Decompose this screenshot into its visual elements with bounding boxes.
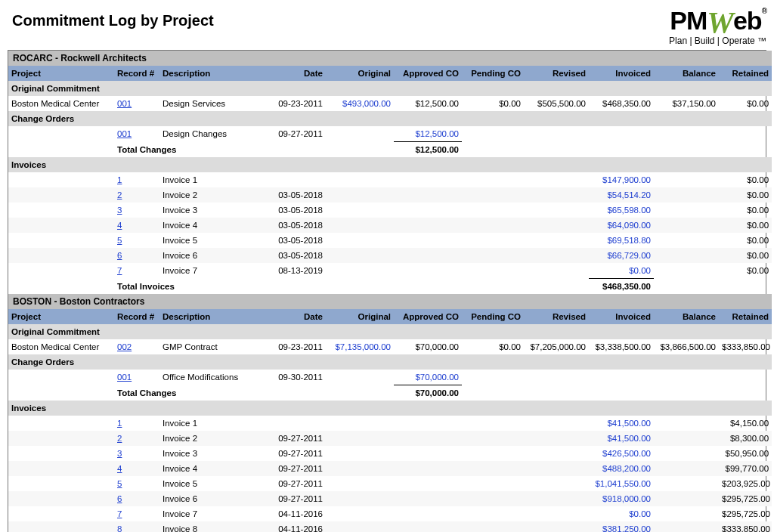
col-balance: Balance (654, 309, 719, 324)
commitment-invoiced: $468,350.00 (589, 96, 654, 111)
invoice-record-link[interactable]: 6 (114, 491, 159, 506)
invoice-invoiced-link[interactable]: $0.00 (589, 506, 654, 521)
invoice-retained: $50,950.00 (719, 446, 772, 461)
invoice-invoiced-link[interactable]: $41,500.00 (589, 416, 654, 431)
invoice-invoiced-link[interactable]: $426,500.00 (589, 446, 654, 461)
invoice-description: Invoice 4 (159, 218, 265, 233)
invoice-invoiced-link[interactable]: $41,500.00 (589, 431, 654, 446)
invoice-record-link[interactable]: 2 (114, 187, 159, 203)
invoice-record-link[interactable]: 3 (114, 203, 159, 218)
invoice-record-link[interactable]: 8 (114, 521, 159, 532)
invoice-retained: $0.00 (719, 233, 772, 248)
invoice-date: 09-27-2011 (265, 446, 326, 461)
invoice-retained: $333,850.00 (719, 521, 772, 532)
invoice-description: Invoice 6 (159, 248, 265, 263)
invoice-description: Invoice 7 (159, 506, 265, 521)
invoice-invoiced-link[interactable]: $1,041,550.00 (589, 476, 654, 491)
invoice-invoiced-link[interactable]: $69,518.80 (589, 233, 654, 248)
col-retained: Retained (719, 309, 772, 324)
invoice-description: Invoice 5 (159, 233, 265, 248)
invoice-description: Invoice 2 (159, 187, 265, 203)
commitment-original-link[interactable]: $7,135,000.00 (326, 339, 394, 354)
col-project: Project (8, 66, 114, 81)
invoice-date: 08-13-2019 (265, 263, 326, 279)
commitment-approved: $70,000.00 (394, 339, 462, 354)
invoice-date: 03-05-2018 (265, 233, 326, 248)
invoice-invoiced-link[interactable]: $64,090.00 (589, 218, 654, 233)
total-changes-approved: $12,500.00 (394, 142, 462, 158)
change-record-link[interactable]: 001 (114, 370, 159, 385)
page-title: Commitment Log by Project (12, 12, 214, 29)
invoice-record-link[interactable]: 1 (114, 172, 159, 187)
col-original: Original (326, 309, 394, 324)
invoice-retained: $0.00 (719, 172, 772, 187)
col-date: Date (265, 309, 326, 324)
invoice-record-link[interactable]: 3 (114, 446, 159, 461)
commitment-balance: $37,150.00 (654, 96, 719, 111)
commitment-revised: $505,500.00 (524, 96, 589, 111)
invoice-retained: $0.00 (719, 263, 772, 279)
change-approved-link[interactable]: $12,500.00 (394, 126, 462, 142)
invoice-date: 03-05-2018 (265, 248, 326, 263)
col-original: Original (326, 66, 394, 81)
change-record-link[interactable]: 001 (114, 126, 159, 142)
col-record: Record # (114, 66, 159, 81)
total-changes-label: Total Changes (114, 142, 265, 158)
invoice-retained: $0.00 (719, 187, 772, 203)
invoice-record-link[interactable]: 4 (114, 218, 159, 233)
commitment-record-link[interactable]: 002 (114, 339, 159, 354)
section-changes: Change Orders (8, 354, 772, 370)
commitment-table: ROCARC - Rockwell ArchitectsProjectRecor… (8, 51, 772, 532)
invoice-date (265, 416, 326, 431)
commitment-date: 09-23-2011 (265, 96, 326, 111)
commitment-description: Design Services (159, 96, 265, 111)
section-invoices: Invoices (8, 401, 772, 416)
invoice-date: 03-05-2018 (265, 203, 326, 218)
invoice-invoiced-link[interactable]: $54,514.20 (589, 187, 654, 203)
col-project: Project (8, 309, 114, 324)
invoice-date: 09-27-2011 (265, 461, 326, 476)
col-invoiced: Invoiced (589, 66, 654, 81)
commitment-revised: $7,205,000.00 (524, 339, 589, 354)
invoice-invoiced-link[interactable]: $488,200.00 (589, 461, 654, 476)
invoice-record-link[interactable]: 5 (114, 233, 159, 248)
logo-eb: eb (733, 6, 762, 35)
invoice-retained: $8,300.00 (719, 431, 772, 446)
invoice-date: 04-11-2016 (265, 506, 326, 521)
invoice-invoiced-link[interactable]: $0.00 (589, 263, 654, 279)
commitment-retained: $0.00 (719, 96, 772, 111)
invoice-description: Invoice 3 (159, 446, 265, 461)
commitment-record-link[interactable]: 001 (114, 96, 159, 111)
invoice-invoiced-link[interactable]: $66,729.00 (589, 248, 654, 263)
invoice-date: 09-27-2011 (265, 491, 326, 506)
col-approved: Approved CO (394, 66, 462, 81)
invoice-retained: $4,150.00 (719, 416, 772, 431)
invoice-record-link[interactable]: 4 (114, 461, 159, 476)
invoice-invoiced-link[interactable]: $918,000.00 (589, 491, 654, 506)
invoice-description: Invoice 7 (159, 263, 265, 279)
commitment-approved: $12,500.00 (394, 96, 462, 111)
invoice-record-link[interactable]: 5 (114, 476, 159, 491)
section-changes: Change Orders (8, 111, 772, 126)
change-approved-link[interactable]: $70,000.00 (394, 370, 462, 385)
invoice-invoiced-link[interactable]: $381,250.00 (589, 521, 654, 532)
commitment-date: 09-23-2011 (265, 339, 326, 354)
commitment-invoiced: $3,338,500.00 (589, 339, 654, 354)
col-revised: Revised (524, 309, 589, 324)
invoice-record-link[interactable]: 1 (114, 416, 159, 431)
invoice-date: 03-05-2018 (265, 187, 326, 203)
invoice-description: Invoice 5 (159, 476, 265, 491)
total-invoices-invoiced: $468,350.00 (589, 279, 654, 295)
col-approved: Approved CO (394, 309, 462, 324)
invoice-record-link[interactable]: 7 (114, 506, 159, 521)
invoice-retained: $203,925.00 (719, 476, 772, 491)
col-date: Date (265, 66, 326, 81)
invoice-invoiced-link[interactable]: $65,598.00 (589, 203, 654, 218)
commitment-original-link[interactable]: $493,000.00 (326, 96, 394, 111)
invoice-record-link[interactable]: 7 (114, 263, 159, 279)
invoice-invoiced-link[interactable]: $147,900.00 (589, 172, 654, 187)
invoice-record-link[interactable]: 6 (114, 248, 159, 263)
col-invoiced: Invoiced (589, 309, 654, 324)
commitment-retained: $333,850.00 (719, 339, 772, 354)
invoice-record-link[interactable]: 2 (114, 431, 159, 446)
